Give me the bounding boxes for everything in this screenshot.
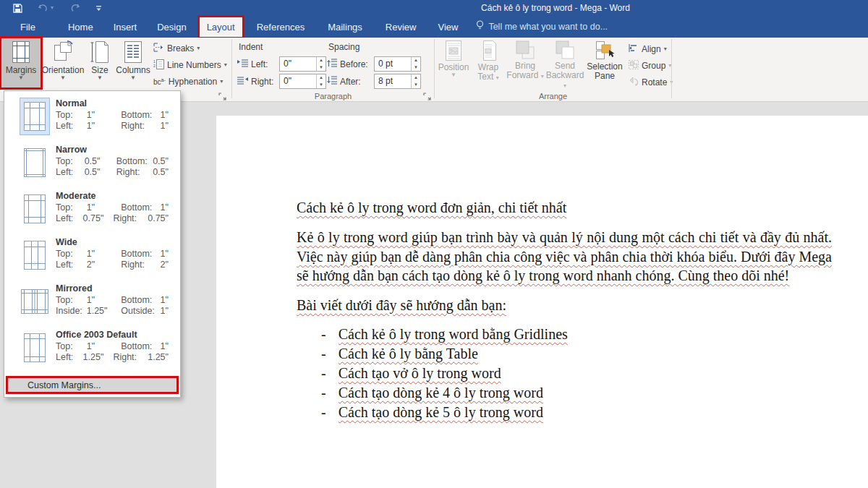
indent-header: Indent [239, 42, 263, 52]
spacing-after-row: After: 8 pt ▲▼ [327, 74, 421, 89]
list-item: -Cách tạo dòng kẻ 4 ô ly trong word [321, 383, 832, 403]
tab-home[interactable]: Home [60, 17, 101, 38]
custom-margins-item[interactable]: Custom Margins... [6, 376, 179, 394]
margin-narrow-icon [20, 144, 50, 181]
indent-left-input[interactable]: 0" ▲▼ [279, 56, 326, 72]
spin-up-icon[interactable]: ▲ [317, 57, 326, 64]
doc-list-intro: Bài viết dưới đây sẽ hướng dẫn bạn: [297, 296, 832, 315]
group-button[interactable]: Group ▾ [629, 59, 671, 73]
tab-layout[interactable]: Layout [199, 17, 243, 38]
spacing-after-icon [327, 76, 337, 87]
spin-down-icon[interactable]: ▼ [317, 82, 326, 89]
list-item: -Cách kẻ ô ly trong word bằng Gridlines [321, 325, 832, 344]
spacing-before-input[interactable]: 0 pt ▲▼ [374, 56, 421, 72]
tab-view[interactable]: View [430, 17, 466, 38]
bullet-dash: - [321, 383, 326, 403]
spin-up-icon[interactable]: ▲ [412, 57, 420, 64]
tab-design[interactable]: Design [149, 17, 194, 38]
spin-up-icon[interactable]: ▲ [317, 74, 326, 82]
spacing-after-spinner[interactable]: ▲▼ [411, 74, 420, 88]
columns-icon [123, 40, 143, 64]
margin-preset-normal[interactable]: Normal Top:1"Bottom:1" Left:1"Right:1" [4, 93, 180, 140]
line-numbers-icon: 12 [153, 59, 164, 72]
margin-moderate-icon [20, 190, 50, 228]
size-dropdown-arrow: ▼ [97, 75, 103, 81]
spin-down-icon[interactable]: ▼ [317, 64, 326, 72]
indent-right-spinner[interactable]: ▲▼ [316, 74, 326, 88]
group-separator [671, 39, 672, 98]
margin-office-2003-icon [20, 329, 50, 367]
columns-button[interactable]: Columns ▼ [116, 38, 150, 88]
tell-me-box[interactable]: Tell me what you want to do... [476, 16, 608, 38]
tab-file[interactable]: File [9, 17, 47, 38]
document-page[interactable]: Cách kẻ ô ly trong word đơn giản, chi ti… [216, 116, 868, 488]
size-icon [90, 40, 110, 64]
position-dropdown-arrow: ▼ [451, 72, 456, 78]
rotate-icon [629, 77, 639, 88]
paragraph-dialog-launcher[interactable] [423, 90, 432, 99]
margin-preset-narrow[interactable]: Narrow Top:0.5"Bottom:0.5" Left:0.5"Righ… [4, 140, 180, 186]
margin-preset-mirrored[interactable]: Mirrored Top:1"Bottom:1" Inside:1.25"Out… [4, 278, 180, 325]
columns-dropdown-arrow: ▼ [130, 75, 136, 81]
hyphenation-dropdown-arrow: ▾ [220, 79, 223, 85]
bring-forward-icon [516, 40, 535, 59]
margin-preset-moderate[interactable]: Moderate Top:1"Bottom:1" Left:0.75"Right… [4, 186, 180, 232]
tab-references[interactable]: References [249, 17, 312, 38]
tab-review[interactable]: Review [378, 17, 425, 38]
save-icon[interactable] [13, 4, 22, 13]
indent-right-row: Right: 0" ▲▼ [237, 74, 326, 89]
orientation-icon [51, 40, 75, 64]
breaks-icon [153, 43, 164, 54]
selection-pane-button[interactable]: Selection Pane [586, 38, 624, 88]
indent-right-input[interactable]: 0" ▲▼ [279, 74, 326, 89]
margins-button[interactable]: Margins ▼ [1, 38, 41, 88]
list-item: -Cách kẻ ô ly bằng Table [321, 344, 832, 364]
margin-wide-icon [20, 236, 50, 274]
align-button[interactable]: Align ▾ [629, 42, 667, 56]
bullet-dash: - [321, 364, 326, 383]
spin-down-icon[interactable]: ▼ [412, 82, 420, 89]
wrap-text-button[interactable]: Wrap Text ▾ [472, 38, 505, 88]
breaks-dropdown-arrow: ▾ [197, 46, 200, 51]
customize-qat-icon[interactable] [95, 5, 102, 12]
tab-mailings[interactable]: Mailings [320, 17, 370, 38]
doc-paragraph: Kẻ ô ly trong word giúp bạn trình bày và… [297, 228, 832, 286]
margins-dropdown-arrow: ▼ [18, 75, 24, 81]
spin-up-icon[interactable]: ▲ [412, 74, 420, 82]
margin-preset-office-2003[interactable]: Office 2003 Default Top:1"Bottom:1" Left… [4, 325, 180, 371]
hyphenation-icon: bca- [153, 77, 166, 86]
spacing-before-spinner[interactable]: ▲▼ [411, 57, 420, 71]
orientation-button[interactable]: Orientation ▼ [43, 38, 82, 88]
indent-left-spinner[interactable]: ▲▼ [316, 57, 326, 71]
spacing-after-input[interactable]: 8 pt ▲▼ [374, 74, 421, 89]
ribbon-tab-row: File Home Insert Design Layout Reference… [0, 16, 868, 38]
rotate-button[interactable]: Rotate ▾ [629, 75, 673, 90]
svg-text:2: 2 [153, 64, 156, 68]
tab-insert[interactable]: Insert [106, 17, 145, 38]
hyphenation-button[interactable]: bca- Hyphenation ▾ [153, 74, 223, 89]
paragraph-group-label: Paragraph [232, 92, 434, 100]
undo-icon[interactable]: ▾ [38, 4, 54, 12]
bring-forward-dropdown-arrow: ▾ [541, 73, 544, 80]
redo-icon[interactable] [69, 4, 80, 13]
page-setup-dialog-launcher[interactable] [218, 90, 227, 99]
group-paragraph: Indent Spacing Left: 0" ▲▼ Right: 0" ▲▼ … [232, 38, 434, 101]
title-bar: ▾ Cách kẻ ô ly trong word - Mega - Word [0, 0, 868, 16]
selection-pane-icon [595, 40, 615, 60]
undo-dropdown-arrow[interactable]: ▾ [51, 5, 54, 11]
line-numbers-button[interactable]: 12 Line Numbers ▾ [153, 58, 227, 72]
list-item: -Cách tạo vở ô ly trong word [321, 364, 832, 383]
bullet-dash: - [321, 325, 326, 344]
send-backward-button[interactable]: Send Backward ▾ [545, 38, 584, 88]
size-button[interactable]: Size ▼ [84, 38, 116, 88]
bring-forward-button[interactable]: Bring Forward ▾ [506, 38, 544, 88]
margins-dropdown-menu: Normal Top:1"Bottom:1" Left:1"Right:1" N… [4, 90, 181, 398]
breaks-button[interactable]: Breaks ▾ [153, 41, 200, 56]
wrap-text-icon [480, 40, 497, 61]
send-backward-dropdown-arrow: ▾ [563, 82, 566, 89]
spin-down-icon[interactable]: ▼ [412, 64, 420, 72]
indent-left-icon [237, 59, 248, 69]
margin-preset-wide[interactable]: Wide Top:1"Bottom:1" Left:2"Right:2" [4, 232, 180, 278]
position-button[interactable]: Position ▼ [437, 38, 470, 88]
doc-heading: Cách kẻ ô ly trong word đơn giản, chi ti… [297, 200, 832, 216]
